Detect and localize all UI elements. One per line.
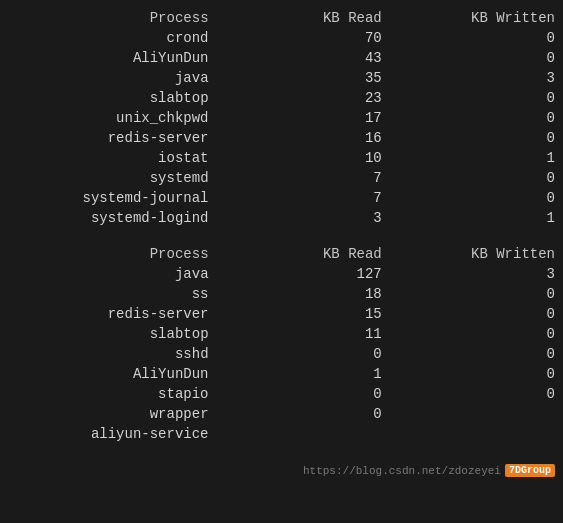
table-row: ss 18 0 <box>0 284 563 304</box>
cell-kbread: 7 <box>217 168 390 188</box>
cell-process: systemd-logind <box>0 208 217 228</box>
cell-kbwritten: 0 <box>390 364 563 384</box>
cell-kbwritten: 0 <box>390 304 563 324</box>
cell-kbread: 7 <box>217 188 390 208</box>
io-table-2: Process KB Read KB Written java 127 3 ss… <box>0 244 563 444</box>
cell-kbwritten: 0 <box>390 344 563 364</box>
cell-kbwritten: 0 <box>390 48 563 68</box>
table-row: sshd 0 0 <box>0 344 563 364</box>
header-kbwritten-2: KB Written <box>390 244 563 264</box>
cell-kbread: 18 <box>217 284 390 304</box>
table-row: redis-server 15 0 <box>0 304 563 324</box>
table-row: AliYunDun 43 0 <box>0 48 563 68</box>
table-row: unix_chkpwd 17 0 <box>0 108 563 128</box>
table-row: iostat 10 1 <box>0 148 563 168</box>
main-container: Process KB Read KB Written crond 70 0 Al… <box>0 0 563 489</box>
table-section-1: Process KB Read KB Written crond 70 0 Al… <box>0 8 563 228</box>
watermark-bar: https://blog.csdn.net/zdozeyei 7DGroup <box>0 460 563 481</box>
watermark: https://blog.csdn.net/zdozeyei 7DGroup <box>303 464 555 477</box>
cell-kbwritten: 1 <box>390 148 563 168</box>
cell-kbread: 15 <box>217 304 390 324</box>
table-row: systemd-journal 7 0 <box>0 188 563 208</box>
table-section-2: Process KB Read KB Written java 127 3 ss… <box>0 244 563 444</box>
cell-kbwritten: 0 <box>390 384 563 404</box>
table-row: aliyun-service <box>0 424 563 444</box>
cell-kbwritten: 3 <box>390 264 563 284</box>
cell-process: wrapper <box>0 404 217 424</box>
cell-kbread: 10 <box>217 148 390 168</box>
cell-kbread: 16 <box>217 128 390 148</box>
cell-kbread: 0 <box>217 384 390 404</box>
table-row: systemd 7 0 <box>0 168 563 188</box>
header-process-2: Process <box>0 244 217 264</box>
cell-kbread: 127 <box>217 264 390 284</box>
cell-process: stapio <box>0 384 217 404</box>
cell-kbread: 0 <box>217 404 390 424</box>
table-row: java 127 3 <box>0 264 563 284</box>
cell-kbread: 70 <box>217 28 390 48</box>
cell-process: unix_chkpwd <box>0 108 217 128</box>
cell-process: AliYunDun <box>0 48 217 68</box>
cell-process: systemd-journal <box>0 188 217 208</box>
table-row: slabtop 11 0 <box>0 324 563 344</box>
header-kbwritten-1: KB Written <box>390 8 563 28</box>
watermark-url: https://blog.csdn.net/zdozeyei <box>303 465 501 477</box>
cell-kbread: 35 <box>217 68 390 88</box>
cell-kbread: 11 <box>217 324 390 344</box>
header-kbread-1: KB Read <box>217 8 390 28</box>
table-row: AliYunDun 1 0 <box>0 364 563 384</box>
cell-kbwritten: 0 <box>390 284 563 304</box>
table-row: redis-server 16 0 <box>0 128 563 148</box>
header-kbread-2: KB Read <box>217 244 390 264</box>
table-row: wrapper 0 <box>0 404 563 424</box>
cell-kbread <box>217 424 390 444</box>
header-process-1: Process <box>0 8 217 28</box>
cell-kbread: 1 <box>217 364 390 384</box>
cell-kbread: 43 <box>217 48 390 68</box>
table-row: systemd-logind 3 1 <box>0 208 563 228</box>
cell-kbwritten: 0 <box>390 108 563 128</box>
cell-process: java <box>0 68 217 88</box>
table-row: crond 70 0 <box>0 28 563 48</box>
cell-process: systemd <box>0 168 217 188</box>
cell-kbwritten: 3 <box>390 68 563 88</box>
table-row: stapio 0 0 <box>0 384 563 404</box>
cell-process: slabtop <box>0 88 217 108</box>
table-row: slabtop 23 0 <box>0 88 563 108</box>
cell-kbwritten: 0 <box>390 168 563 188</box>
cell-process: slabtop <box>0 324 217 344</box>
table-row: java 35 3 <box>0 68 563 88</box>
cell-process: redis-server <box>0 304 217 324</box>
cell-process: crond <box>0 28 217 48</box>
cell-kbread: 23 <box>217 88 390 108</box>
cell-process: redis-server <box>0 128 217 148</box>
cell-process: iostat <box>0 148 217 168</box>
cell-process: AliYunDun <box>0 364 217 384</box>
cell-kbwritten: 0 <box>390 28 563 48</box>
watermark-logo: 7DGroup <box>505 464 555 477</box>
cell-kbwritten <box>390 424 563 444</box>
cell-process: java <box>0 264 217 284</box>
cell-kbwritten: 0 <box>390 88 563 108</box>
cell-kbwritten: 1 <box>390 208 563 228</box>
cell-kbwritten: 0 <box>390 188 563 208</box>
cell-process: ss <box>0 284 217 304</box>
cell-process: sshd <box>0 344 217 364</box>
cell-kbread: 17 <box>217 108 390 128</box>
cell-kbwritten: 0 <box>390 128 563 148</box>
cell-kbwritten: 0 <box>390 324 563 344</box>
cell-kbwritten <box>390 404 563 424</box>
cell-kbread: 3 <box>217 208 390 228</box>
cell-process: aliyun-service <box>0 424 217 444</box>
cell-kbread: 0 <box>217 344 390 364</box>
io-table-1: Process KB Read KB Written crond 70 0 Al… <box>0 8 563 228</box>
